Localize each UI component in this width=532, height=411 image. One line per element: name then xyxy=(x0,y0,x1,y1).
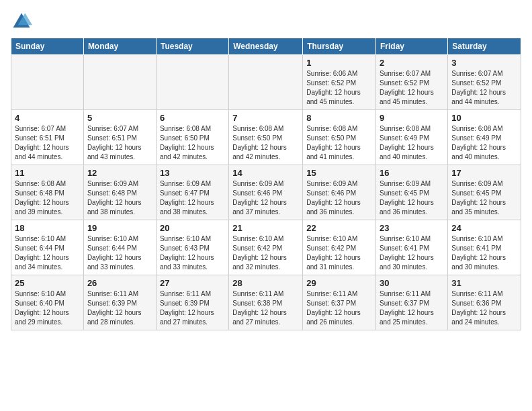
day-detail: Sunrise: 6:11 AM Sunset: 6:36 PM Dayligh… xyxy=(451,289,517,327)
day-number: 13 xyxy=(160,168,225,178)
day-number: 2 xyxy=(380,58,444,68)
day-cell xyxy=(11,55,84,110)
day-number: 1 xyxy=(306,58,372,68)
day-cell: 16Sunrise: 6:09 AM Sunset: 6:45 PM Dayli… xyxy=(376,165,448,220)
day-number: 7 xyxy=(232,113,299,123)
day-number: 11 xyxy=(15,168,80,178)
day-number: 16 xyxy=(380,168,444,178)
day-cell xyxy=(83,55,156,110)
day-detail: Sunrise: 6:10 AM Sunset: 6:42 PM Dayligh… xyxy=(232,234,299,272)
day-detail: Sunrise: 6:09 AM Sunset: 6:45 PM Dayligh… xyxy=(451,179,517,217)
col-header-friday: Friday xyxy=(376,38,448,55)
week-row-1: 1Sunrise: 6:06 AM Sunset: 6:52 PM Daylig… xyxy=(11,55,521,110)
day-cell: 22Sunrise: 6:10 AM Sunset: 6:42 PM Dayli… xyxy=(303,220,376,275)
day-cell: 21Sunrise: 6:10 AM Sunset: 6:42 PM Dayli… xyxy=(229,220,303,275)
day-number: 22 xyxy=(306,223,372,233)
day-number: 12 xyxy=(87,168,152,178)
day-detail: Sunrise: 6:10 AM Sunset: 6:44 PM Dayligh… xyxy=(87,234,152,272)
col-header-saturday: Saturday xyxy=(448,38,521,55)
day-number: 30 xyxy=(380,278,444,288)
day-cell: 27Sunrise: 6:11 AM Sunset: 6:39 PM Dayli… xyxy=(156,275,228,330)
calendar-header: SundayMondayTuesdayWednesdayThursdayFrid… xyxy=(11,38,521,55)
day-cell: 17Sunrise: 6:09 AM Sunset: 6:45 PM Dayli… xyxy=(448,165,521,220)
day-cell: 31Sunrise: 6:11 AM Sunset: 6:36 PM Dayli… xyxy=(448,275,521,330)
day-number: 8 xyxy=(306,113,372,123)
day-cell: 2Sunrise: 6:07 AM Sunset: 6:52 PM Daylig… xyxy=(376,55,448,110)
week-row-5: 25Sunrise: 6:10 AM Sunset: 6:40 PM Dayli… xyxy=(11,275,521,330)
day-cell: 26Sunrise: 6:11 AM Sunset: 6:39 PM Dayli… xyxy=(83,275,156,330)
day-detail: Sunrise: 6:09 AM Sunset: 6:45 PM Dayligh… xyxy=(380,179,444,217)
day-number: 23 xyxy=(380,223,444,233)
day-cell: 6Sunrise: 6:08 AM Sunset: 6:50 PM Daylig… xyxy=(156,110,228,165)
day-detail: Sunrise: 6:09 AM Sunset: 6:46 PM Dayligh… xyxy=(306,179,372,217)
day-cell: 29Sunrise: 6:11 AM Sunset: 6:37 PM Dayli… xyxy=(303,275,376,330)
day-number: 21 xyxy=(232,223,299,233)
day-detail: Sunrise: 6:07 AM Sunset: 6:52 PM Dayligh… xyxy=(451,69,517,107)
day-detail: Sunrise: 6:08 AM Sunset: 6:50 PM Dayligh… xyxy=(232,124,299,162)
day-detail: Sunrise: 6:11 AM Sunset: 6:37 PM Dayligh… xyxy=(306,289,372,327)
day-cell: 23Sunrise: 6:10 AM Sunset: 6:41 PM Dayli… xyxy=(376,220,448,275)
day-detail: Sunrise: 6:10 AM Sunset: 6:44 PM Dayligh… xyxy=(15,234,80,272)
day-detail: Sunrise: 6:09 AM Sunset: 6:48 PM Dayligh… xyxy=(87,179,152,217)
day-cell: 14Sunrise: 6:09 AM Sunset: 6:46 PM Dayli… xyxy=(229,165,303,220)
day-number: 6 xyxy=(160,113,225,123)
day-number: 4 xyxy=(15,113,80,123)
day-cell: 3Sunrise: 6:07 AM Sunset: 6:52 PM Daylig… xyxy=(448,55,521,110)
day-detail: Sunrise: 6:11 AM Sunset: 6:39 PM Dayligh… xyxy=(160,289,225,327)
day-detail: Sunrise: 6:07 AM Sunset: 6:52 PM Dayligh… xyxy=(380,69,444,107)
page-header xyxy=(11,11,521,32)
col-header-thursday: Thursday xyxy=(303,38,376,55)
week-row-4: 18Sunrise: 6:10 AM Sunset: 6:44 PM Dayli… xyxy=(11,220,521,275)
day-cell: 18Sunrise: 6:10 AM Sunset: 6:44 PM Dayli… xyxy=(11,220,84,275)
day-cell: 1Sunrise: 6:06 AM Sunset: 6:52 PM Daylig… xyxy=(303,55,376,110)
day-cell: 13Sunrise: 6:09 AM Sunset: 6:47 PM Dayli… xyxy=(156,165,228,220)
day-number: 5 xyxy=(87,113,152,123)
day-number: 20 xyxy=(160,223,225,233)
calendar-table: SundayMondayTuesdayWednesdayThursdayFrid… xyxy=(11,38,521,330)
week-row-3: 11Sunrise: 6:08 AM Sunset: 6:48 PM Dayli… xyxy=(11,165,521,220)
week-row-2: 4Sunrise: 6:07 AM Sunset: 6:51 PM Daylig… xyxy=(11,110,521,165)
day-detail: Sunrise: 6:08 AM Sunset: 6:50 PM Dayligh… xyxy=(306,124,372,162)
day-cell: 15Sunrise: 6:09 AM Sunset: 6:46 PM Dayli… xyxy=(303,165,376,220)
day-number: 17 xyxy=(451,168,517,178)
day-cell: 4Sunrise: 6:07 AM Sunset: 6:51 PM Daylig… xyxy=(11,110,84,165)
day-number: 19 xyxy=(87,223,152,233)
day-detail: Sunrise: 6:11 AM Sunset: 6:37 PM Dayligh… xyxy=(380,289,444,327)
day-cell: 11Sunrise: 6:08 AM Sunset: 6:48 PM Dayli… xyxy=(11,165,84,220)
day-number: 31 xyxy=(451,278,517,288)
calendar-body: 1Sunrise: 6:06 AM Sunset: 6:52 PM Daylig… xyxy=(11,55,521,330)
day-detail: Sunrise: 6:10 AM Sunset: 6:41 PM Dayligh… xyxy=(380,234,444,272)
day-cell xyxy=(156,55,228,110)
day-detail: Sunrise: 6:10 AM Sunset: 6:41 PM Dayligh… xyxy=(451,234,517,272)
day-detail: Sunrise: 6:11 AM Sunset: 6:38 PM Dayligh… xyxy=(232,289,299,327)
header-row: SundayMondayTuesdayWednesdayThursdayFrid… xyxy=(11,38,521,55)
day-cell: 9Sunrise: 6:08 AM Sunset: 6:49 PM Daylig… xyxy=(376,110,448,165)
day-number: 15 xyxy=(306,168,372,178)
day-detail: Sunrise: 6:10 AM Sunset: 6:40 PM Dayligh… xyxy=(15,289,80,327)
day-number: 3 xyxy=(451,58,517,68)
col-header-wednesday: Wednesday xyxy=(229,38,303,55)
day-cell xyxy=(229,55,303,110)
day-number: 10 xyxy=(451,113,517,123)
day-detail: Sunrise: 6:09 AM Sunset: 6:46 PM Dayligh… xyxy=(232,179,299,217)
logo xyxy=(11,11,35,32)
logo-icon xyxy=(11,11,32,32)
day-cell: 30Sunrise: 6:11 AM Sunset: 6:37 PM Dayli… xyxy=(376,275,448,330)
col-header-sunday: Sunday xyxy=(11,38,84,55)
day-detail: Sunrise: 6:10 AM Sunset: 6:43 PM Dayligh… xyxy=(160,234,225,272)
day-detail: Sunrise: 6:08 AM Sunset: 6:49 PM Dayligh… xyxy=(380,124,444,162)
col-header-monday: Monday xyxy=(83,38,156,55)
day-detail: Sunrise: 6:06 AM Sunset: 6:52 PM Dayligh… xyxy=(306,69,372,107)
day-cell: 25Sunrise: 6:10 AM Sunset: 6:40 PM Dayli… xyxy=(11,275,84,330)
day-cell: 10Sunrise: 6:08 AM Sunset: 6:49 PM Dayli… xyxy=(448,110,521,165)
day-number: 24 xyxy=(451,223,517,233)
day-cell: 24Sunrise: 6:10 AM Sunset: 6:41 PM Dayli… xyxy=(448,220,521,275)
day-cell: 20Sunrise: 6:10 AM Sunset: 6:43 PM Dayli… xyxy=(156,220,228,275)
day-cell: 19Sunrise: 6:10 AM Sunset: 6:44 PM Dayli… xyxy=(83,220,156,275)
day-detail: Sunrise: 6:08 AM Sunset: 6:48 PM Dayligh… xyxy=(15,179,80,217)
day-cell: 7Sunrise: 6:08 AM Sunset: 6:50 PM Daylig… xyxy=(229,110,303,165)
day-number: 9 xyxy=(380,113,444,123)
day-detail: Sunrise: 6:08 AM Sunset: 6:50 PM Dayligh… xyxy=(160,124,225,162)
day-detail: Sunrise: 6:09 AM Sunset: 6:47 PM Dayligh… xyxy=(160,179,225,217)
day-number: 18 xyxy=(15,223,80,233)
